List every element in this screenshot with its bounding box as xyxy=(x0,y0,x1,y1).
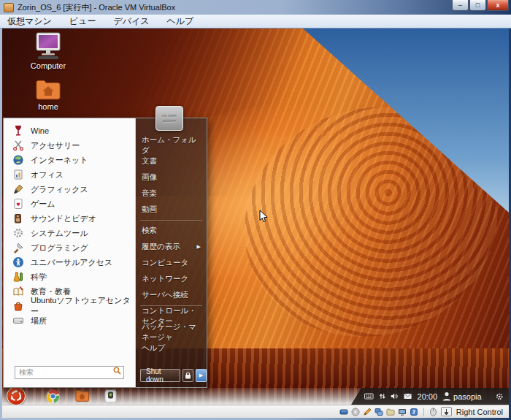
keyboard-icon[interactable] xyxy=(364,392,374,400)
menu-item-label: ユニバーサルアクセス xyxy=(31,257,112,268)
menu-item-label: プログラミング xyxy=(31,243,88,253)
shutdown-label: Shut down xyxy=(146,367,174,383)
statusbar-separator xyxy=(423,408,424,416)
menu-item-graphics[interactable]: グラフィックス xyxy=(4,182,135,196)
menu-item-recent-history[interactable]: 履歴の表示▶ xyxy=(136,239,207,255)
virtualbox-window: Zorin_OS_6 [実行中] - Oracle VM VirtualBox … xyxy=(0,0,511,420)
user-icon xyxy=(442,392,451,401)
gear-icon[interactable] xyxy=(496,392,503,402)
user-picture-label: no user picture xyxy=(156,113,182,123)
user-menu[interactable]: pasopia xyxy=(442,392,482,401)
network-arrows-icon[interactable] xyxy=(379,392,386,401)
menu-item-package-manager[interactable]: パッケージ・マネージャ xyxy=(136,324,207,340)
shutdown-button[interactable]: Shut down xyxy=(140,369,180,382)
menu-item-label: サーバへ接続 xyxy=(142,290,188,300)
desktop-icon-home[interactable]: home xyxy=(20,79,76,111)
desktop-icon-computer[interactable]: Computer xyxy=(20,32,76,70)
close-button[interactable]: x xyxy=(487,0,509,11)
taskbar-app-media-player[interactable] xyxy=(104,389,118,403)
menu-item-pictures[interactable]: 画像 xyxy=(136,169,207,186)
menu-devices[interactable]: デバイス xyxy=(113,15,149,28)
close-icon: x xyxy=(496,2,499,9)
software-center-icon xyxy=(12,300,24,312)
menu-item-home-folder[interactable]: ホーム・フォルダ xyxy=(136,137,207,153)
start-menu: Wine アクセサリー インターネット オフィス グラフィックス ゲーム xyxy=(3,118,207,388)
menu-item-label: ヘルプ xyxy=(142,343,165,354)
menu-item-universal-access[interactable]: ユニバーサルアクセス xyxy=(4,255,135,270)
education-icon xyxy=(12,286,24,297)
menu-item-office[interactable]: オフィス xyxy=(4,167,135,182)
menu-item-music[interactable]: 音楽 xyxy=(136,186,207,202)
search-input[interactable] xyxy=(15,366,124,379)
menu-item-software-center[interactable]: Ubuntuソフトウェアセンター xyxy=(4,299,135,313)
menu-item-science[interactable]: 科学 xyxy=(4,270,135,284)
science-icon xyxy=(12,271,24,283)
wine-icon xyxy=(12,125,24,137)
menu-item-connect-to-server[interactable]: サーバへ接続 xyxy=(136,287,207,303)
sound-video-icon xyxy=(12,213,24,224)
menu-item-accessories[interactable]: アクセサリー xyxy=(4,138,135,153)
shared-clipboard-icon[interactable] xyxy=(363,408,372,416)
menu-machine[interactable]: 仮想マシン xyxy=(7,15,52,28)
menu-item-label: コンピュータ xyxy=(142,258,188,268)
vm-status-bar: Right Control xyxy=(2,405,509,418)
menu-item-documents[interactable]: 文書 xyxy=(136,153,207,169)
mail-icon[interactable] xyxy=(404,392,412,400)
session-options-button[interactable]: ▶ xyxy=(196,369,207,382)
menu-item-network[interactable]: ネットワーク xyxy=(136,271,207,287)
lock-screen-button[interactable] xyxy=(182,369,193,382)
menu-item-videos[interactable]: 動画 xyxy=(136,202,207,218)
menu-item-internet[interactable]: インターネット xyxy=(4,153,135,167)
maximize-button[interactable]: □ xyxy=(469,0,486,11)
username: pasopia xyxy=(453,392,482,401)
menu-item-help[interactable]: ヘルプ xyxy=(136,340,207,356)
menu-view[interactable]: ビュー xyxy=(69,15,96,28)
programming-icon xyxy=(12,242,24,253)
places-icon xyxy=(12,315,24,327)
taskbar-app-chrome[interactable] xyxy=(46,389,60,403)
menu-item-label: グラフィックス xyxy=(31,184,88,195)
window-menu-bar: 仮想マシン ビュー デバイス ヘルプ xyxy=(0,15,511,28)
taskbar-app-file-manager[interactable] xyxy=(75,389,89,403)
menu-item-search[interactable]: 検索 xyxy=(136,223,207,239)
display-icon[interactable] xyxy=(398,408,407,416)
usb-icon[interactable] xyxy=(410,408,418,416)
menu-help[interactable]: ヘルプ xyxy=(167,15,194,28)
menu-item-wine[interactable]: Wine xyxy=(4,123,135,138)
start-button[interactable] xyxy=(7,386,26,405)
menu-item-label: サウンドとビデオ xyxy=(31,213,96,224)
universal-access-icon xyxy=(12,256,24,268)
menu-item-label: 動画 xyxy=(142,205,157,215)
taskbar: 20:00 pasopia xyxy=(2,388,509,405)
hdd-icon[interactable] xyxy=(339,408,348,416)
menu-item-label: システムツール xyxy=(31,228,88,239)
menu-item-label: 履歴の表示 xyxy=(142,242,180,252)
lock-icon xyxy=(185,372,191,379)
user-picture-button[interactable]: no user picture xyxy=(155,106,183,131)
mouse-integration-icon[interactable] xyxy=(429,408,438,416)
maximize-icon: □ xyxy=(476,2,480,9)
menu-item-label: オフィス xyxy=(31,169,64,180)
clock[interactable]: 20:00 xyxy=(418,392,438,401)
shared-folders-icon[interactable] xyxy=(386,408,395,416)
virtualbox-vm-icon xyxy=(4,3,14,12)
graphics-icon xyxy=(12,183,24,195)
menu-item-computer[interactable]: コンピュータ xyxy=(136,255,207,271)
menu-item-label: 文書 xyxy=(142,156,157,167)
optical-disc-icon[interactable] xyxy=(351,408,360,416)
menu-item-sound-video[interactable]: サウンドとビデオ xyxy=(4,211,135,226)
accessories-icon xyxy=(12,140,24,151)
menu-item-games[interactable]: ゲーム xyxy=(4,196,135,211)
menu-item-system-tools[interactable]: システムツール xyxy=(4,226,135,240)
title-bar[interactable]: Zorin_OS_6 [実行中] - Oracle VM VirtualBox … xyxy=(0,0,511,15)
menu-item-label: Wine xyxy=(31,126,49,135)
network-icon[interactable] xyxy=(374,408,383,416)
menu-item-label: アクセサリー xyxy=(31,140,80,151)
desktop-icon-label: home xyxy=(38,102,58,111)
host-key-label: Right Control xyxy=(456,408,503,416)
minimize-button[interactable]: – xyxy=(452,0,469,11)
menu-item-programming[interactable]: プログラミング xyxy=(4,240,135,255)
search-icon[interactable] xyxy=(113,367,121,375)
volume-icon[interactable] xyxy=(391,392,399,401)
file-manager-icon xyxy=(75,389,89,402)
